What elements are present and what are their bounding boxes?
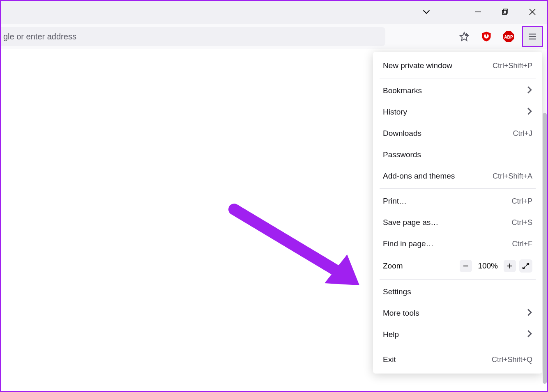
svg-line-21 [234, 209, 337, 271]
menu-label: Settings [383, 287, 411, 296]
close-button[interactable] [521, 2, 544, 21]
zoom-label: Zoom [383, 261, 458, 271]
svg-rect-10 [486, 34, 488, 35]
menu-label: Help [383, 330, 399, 339]
menu-item-new-private-window[interactable]: New private window Ctrl+Shift+P [373, 55, 542, 76]
menu-separator [380, 78, 536, 78]
menu-item-zoom: Zoom 100% [373, 254, 542, 277]
menu-label: Passwords [383, 150, 421, 159]
menu-item-save-page[interactable]: Save page as… Ctrl+S [373, 212, 542, 233]
menu-item-downloads[interactable]: Downloads Ctrl+J [373, 123, 542, 144]
zoom-value: 100% [474, 261, 502, 271]
address-placeholder: gle or enter address [3, 32, 76, 41]
menu-label: Bookmarks [383, 86, 422, 95]
menu-label: Downloads [383, 129, 421, 138]
menu-separator [380, 347, 536, 347]
minimize-button[interactable] [467, 2, 490, 21]
zoom-out-button[interactable] [460, 260, 472, 272]
fullscreen-button[interactable] [519, 259, 532, 273]
menu-item-history[interactable]: History [373, 101, 542, 123]
hamburger-menu-button[interactable] [522, 26, 543, 47]
svg-rect-2 [504, 9, 508, 13]
menu-label: Exit [383, 355, 396, 364]
menu-label: Add-ons and themes [383, 172, 455, 181]
chevron-right-icon [527, 107, 532, 117]
maximize-button[interactable] [494, 2, 517, 21]
browser-toolbar: gle or enter address ABP [0, 24, 548, 49]
tabs-dropdown-button[interactable] [415, 2, 438, 21]
svg-rect-1 [502, 10, 507, 14]
menu-separator [380, 188, 536, 189]
menu-label: More tools [383, 309, 419, 318]
menu-label: Print… [383, 197, 407, 206]
menu-item-help[interactable]: Help [373, 324, 542, 345]
menu-item-settings[interactable]: Settings [373, 281, 542, 303]
zoom-in-button[interactable] [504, 260, 516, 272]
menu-label: Find in page… [383, 239, 434, 248]
svg-rect-9 [486, 34, 487, 37]
menu-label: Save page as… [383, 218, 438, 227]
abp-extension-icon[interactable]: ABP [500, 28, 518, 46]
application-menu: New private window Ctrl+Shift+P Bookmark… [373, 52, 542, 374]
chevron-right-icon [527, 308, 532, 319]
menu-shortcut: Ctrl+Shift+A [493, 172, 532, 181]
annotation-arrow [222, 201, 370, 308]
menu-item-addons[interactable]: Add-ons and themes Ctrl+Shift+A [373, 165, 542, 187]
address-bar[interactable]: gle or enter address [0, 27, 385, 46]
menu-shortcut: Ctrl+J [513, 129, 532, 138]
menu-item-passwords[interactable]: Passwords [373, 144, 542, 165]
menu-shortcut: Ctrl+P [511, 197, 532, 206]
svg-marker-22 [325, 254, 359, 285]
menu-item-print[interactable]: Print… Ctrl+P [373, 190, 542, 212]
menu-item-exit[interactable]: Exit Ctrl+Shift+Q [373, 349, 542, 370]
menu-label: History [383, 108, 407, 117]
window-titlebar [0, 0, 548, 24]
chevron-right-icon [527, 86, 532, 96]
menu-separator [380, 279, 536, 280]
bookmark-star-icon[interactable] [455, 28, 473, 46]
menu-shortcut: Ctrl+F [512, 240, 533, 248]
window-scrollbar[interactable] [543, 113, 547, 384]
ublock-extension-icon[interactable] [477, 28, 495, 46]
svg-text:ABP: ABP [504, 35, 513, 39]
menu-item-bookmarks[interactable]: Bookmarks [373, 80, 542, 101]
chevron-right-icon [527, 330, 532, 340]
menu-item-find[interactable]: Find in page… Ctrl+F [373, 233, 542, 254]
menu-label: New private window [383, 61, 452, 70]
menu-item-more-tools[interactable]: More tools [373, 303, 542, 324]
menu-shortcut: Ctrl+S [511, 218, 532, 227]
menu-shortcut: Ctrl+Shift+P [493, 62, 532, 70]
menu-shortcut: Ctrl+Shift+Q [492, 355, 532, 364]
